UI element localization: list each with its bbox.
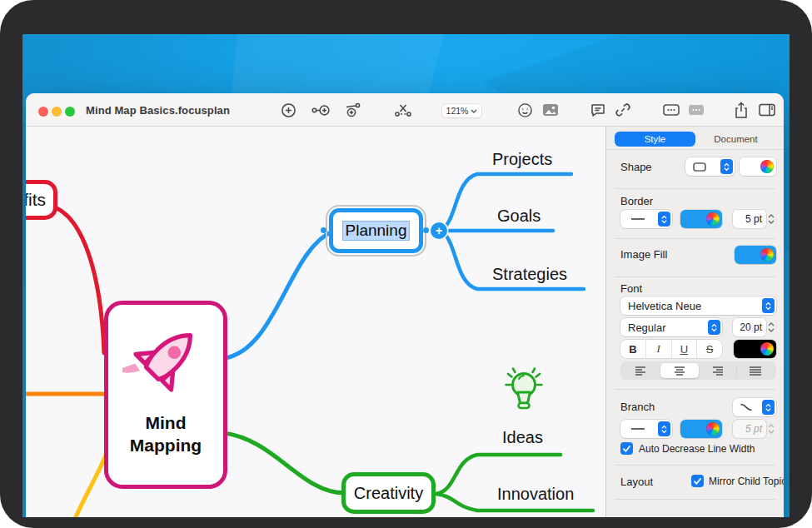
align-left-button[interactable]: [622, 363, 660, 378]
zoom-level-control[interactable]: 121%: [441, 103, 482, 118]
border-label: Border: [620, 195, 653, 207]
auto-decrease-label: Auto Decrease Line Width: [639, 443, 755, 455]
stepper-icon: [658, 421, 670, 436]
sticker-icon[interactable]: [515, 100, 535, 120]
align-right-button[interactable]: [699, 363, 737, 378]
topic-label-goals[interactable]: Goals: [497, 207, 541, 226]
branch-width-stepper: [767, 420, 775, 438]
device-frame: Mind Map Basics.focusplan: [0, 0, 812, 528]
image-fill-label: Image Fill: [620, 248, 667, 261]
mirror-child-topics-checkbox[interactable]: [691, 475, 704, 487]
topic-node-planning[interactable]: Planning: [329, 208, 423, 253]
font-size-field[interactable]: 20 pt: [733, 318, 766, 336]
window-title: Mind Map Basics.focusplan: [86, 93, 230, 127]
italic-button[interactable]: I: [645, 340, 671, 358]
style-preset-muted-icon[interactable]: [686, 100, 706, 120]
branch-label: Branch: [620, 401, 655, 413]
border-color-well[interactable]: [680, 210, 722, 228]
font-family-dropdown[interactable]: Helvetica Neue: [620, 296, 776, 315]
inspector-sidebar: Style Document Shape: [605, 127, 784, 517]
shape-label: Shape: [620, 161, 652, 173]
underline-button[interactable]: U: [671, 340, 697, 358]
border-width-stepper[interactable]: [767, 210, 775, 228]
lightbulb-icon[interactable]: [504, 366, 544, 421]
stepper-icon: [658, 212, 670, 227]
auto-decrease-checkbox[interactable]: [620, 442, 633, 455]
branch-color-well[interactable]: [680, 420, 722, 438]
alignment-segmented-control: [620, 361, 776, 380]
topic-label-strategies[interactable]: Strategies: [492, 265, 567, 284]
stepper-icon: [762, 298, 775, 313]
minimize-window-button[interactable]: [52, 107, 62, 117]
color-wheel-icon: [760, 248, 774, 262]
titlebar: Mind Map Basics.focusplan: [26, 93, 784, 127]
zoom-window-button[interactable]: [65, 107, 75, 117]
shape-color-well[interactable]: [740, 157, 776, 176]
toggle-inspector-icon[interactable]: [757, 100, 777, 120]
branch-line-style-dropdown[interactable]: [620, 420, 672, 438]
tab-style[interactable]: Style: [615, 132, 695, 147]
font-weight-dropdown[interactable]: Regular: [620, 318, 722, 336]
note-icon[interactable]: [588, 100, 608, 120]
topic-node-creativity[interactable]: Creativity: [341, 472, 436, 514]
desktop: Mind Map Basics.focusplan: [22, 34, 790, 517]
style-preset-icon[interactable]: [661, 100, 681, 120]
color-wheel-icon: [706, 422, 720, 436]
curve-line-icon: [740, 402, 753, 412]
font-style-segmented-control: B I U S: [620, 340, 722, 358]
share-icon[interactable]: [731, 100, 751, 120]
add-child-button[interactable]: +: [431, 222, 447, 239]
shape-dropdown[interactable]: [685, 157, 735, 176]
selection-ring: Planning: [326, 205, 426, 257]
solid-line-icon: [630, 217, 645, 221]
border-width-field[interactable]: 5 pt: [733, 210, 766, 228]
mirror-child-topics-label: Mirror Child Topics: [709, 476, 784, 487]
link-icon[interactable]: [613, 100, 633, 120]
font-label: Font: [620, 282, 642, 295]
rocket-icon: [122, 316, 209, 403]
border-line-style-dropdown[interactable]: [620, 210, 672, 228]
zoom-level-value: 121%: [446, 106, 469, 116]
mindmap-canvas[interactable]: fits Mind Map: [26, 127, 605, 517]
tab-document[interactable]: Document: [695, 132, 776, 147]
connection-handle-right[interactable]: [423, 227, 429, 233]
stepper-icon: [708, 320, 720, 335]
bold-button[interactable]: B: [620, 340, 645, 358]
image-icon[interactable]: [541, 100, 560, 120]
branch-curve-dropdown[interactable]: [733, 398, 776, 416]
add-child-topic-icon[interactable]: [311, 100, 331, 120]
topic-label: Mind Mapping: [120, 411, 212, 456]
app-window: Mind Map Basics.focusplan: [26, 93, 784, 517]
image-fill-color-well[interactable]: [735, 246, 776, 264]
topic-label-projects[interactable]: Projects: [492, 150, 552, 169]
color-wheel-icon: [760, 342, 774, 356]
detach-topic-icon[interactable]: [393, 100, 413, 120]
font-size-stepper[interactable]: [767, 318, 775, 336]
justify-button[interactable]: [736, 363, 775, 378]
connection-handle-left[interactable]: [321, 227, 326, 233]
color-wheel-icon: [760, 160, 774, 173]
topic-label-ideas[interactable]: Ideas: [502, 428, 543, 447]
color-wheel-icon: [706, 212, 720, 226]
chevron-down-icon: [471, 109, 477, 113]
topic-label: fits: [26, 190, 46, 210]
font-color-well[interactable]: [734, 340, 776, 358]
topic-node-root[interactable]: Mind Mapping: [104, 301, 227, 489]
topic-node-benefits[interactable]: fits: [26, 180, 57, 220]
rounded-rect-shape-icon: [693, 162, 706, 172]
branch-width-field-disabled: 5 pt: [733, 420, 766, 438]
strikethrough-button[interactable]: S: [696, 340, 722, 358]
layout-label: Layout: [620, 476, 653, 488]
stepper-icon: [720, 159, 733, 174]
topic-text-selected[interactable]: Planning: [343, 222, 410, 240]
add-topic-icon[interactable]: [278, 100, 298, 120]
add-subtopic-icon[interactable]: [343, 100, 363, 120]
stepper-icon: [762, 400, 775, 415]
close-window-button[interactable]: [38, 107, 48, 117]
topic-label: Creativity: [354, 484, 423, 503]
solid-line-icon: [630, 427, 645, 431]
topic-label-innovation[interactable]: Innovation: [497, 485, 574, 504]
align-center-button[interactable]: [660, 363, 699, 378]
